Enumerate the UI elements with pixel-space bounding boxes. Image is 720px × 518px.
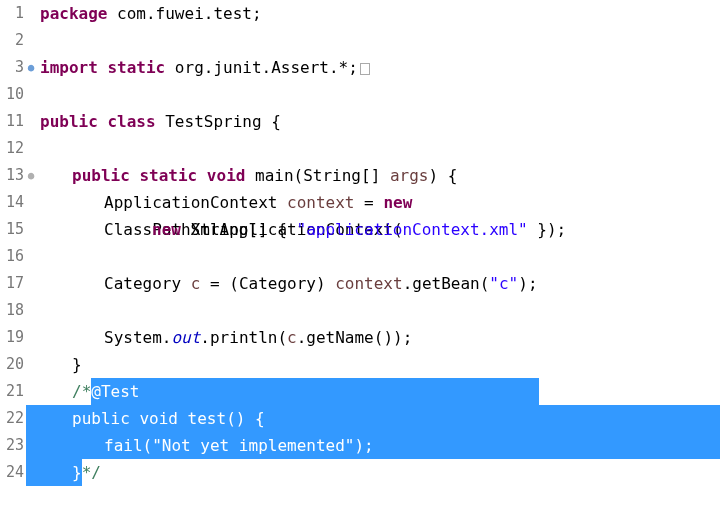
line-number: 2 [0, 27, 26, 54]
token-comment: public void test() { [72, 409, 265, 428]
code-content[interactable]: fail("Not yet implemented"); [26, 432, 720, 459]
token-plain: ) [316, 274, 335, 293]
code-content[interactable]: public void test() { [26, 405, 720, 432]
code-content[interactable]: }*/ [36, 459, 720, 486]
code-content[interactable]: public static void main(String[] args) { [36, 162, 720, 189]
line-number: 19 [0, 324, 26, 351]
token-plain: } [72, 355, 82, 374]
code-line[interactable]: 1package com.fuwei.test; [0, 0, 720, 27]
gutter-marker [26, 27, 36, 54]
code-line[interactable]: 17Category c = (Category) context.getBea… [0, 270, 720, 297]
gutter-marker [26, 0, 36, 27]
gutter-marker [26, 351, 36, 378]
code-content[interactable]: Category c = (Category) context.getBean(… [36, 270, 720, 297]
token-plain: { [271, 112, 281, 131]
gutter-marker [26, 270, 36, 297]
token-plain: [] { [248, 220, 296, 239]
code-line[interactable]: 12 [0, 135, 720, 162]
code-line[interactable]: 3●import static org.junit.Assert.*; [0, 54, 720, 81]
token-plain: .getName()); [297, 328, 413, 347]
token-plain: = [354, 193, 383, 212]
code-content[interactable]: ApplicationContext context = new ClassPa… [36, 189, 720, 216]
token-plain: [] [361, 166, 390, 185]
code-content[interactable]: System.out.println(c.getName()); [36, 324, 720, 351]
gutter-marker [26, 324, 36, 351]
token-type: String [191, 220, 249, 239]
token-plain: ; [348, 58, 358, 77]
gutter-marker [26, 216, 36, 243]
token-var: args [390, 166, 429, 185]
code-line[interactable]: 19System.out.println(c.getName()); [0, 324, 720, 351]
line-number: 11 [0, 108, 26, 135]
token-field-static: out [171, 328, 200, 347]
line-number: 22 [0, 405, 26, 432]
code-line[interactable]: 13●public static void main(String[] args… [0, 162, 720, 189]
line-number: 24 [0, 459, 26, 486]
token-type: TestSpring [165, 112, 271, 131]
token-comment: fail("Not yet implemented"); [104, 436, 374, 455]
line-number: 3 [0, 54, 26, 81]
token-type: System. [104, 328, 171, 347]
code-line[interactable]: 23fail("Not yet implemented"); [0, 432, 720, 459]
code-content[interactable] [36, 135, 720, 162]
line-number: 18 [0, 297, 26, 324]
code-editor[interactable]: 1package com.fuwei.test;23●import static… [0, 0, 720, 486]
code-line[interactable]: 11public class TestSpring { [0, 108, 720, 135]
code-line[interactable]: 21/*@Test [0, 378, 720, 405]
token-kw: new [152, 220, 191, 239]
code-line[interactable]: 14ApplicationContext context = new Class… [0, 189, 720, 216]
code-content[interactable]: /*@Test [36, 378, 720, 405]
code-content[interactable]: package com.fuwei.test; [36, 0, 720, 27]
code-line[interactable]: 16 [0, 243, 720, 270]
line-number: 1 [0, 0, 26, 27]
line-number: 20 [0, 351, 26, 378]
code-line[interactable]: 24}*/ [0, 459, 720, 486]
token-type: Category [104, 274, 191, 293]
code-content[interactable]: } [36, 351, 720, 378]
line-number: 14 [0, 189, 26, 216]
code-content[interactable] [36, 81, 720, 108]
line-number: 17 [0, 270, 26, 297]
code-content[interactable] [36, 243, 720, 270]
gutter-marker [26, 135, 36, 162]
code-content[interactable]: new String[] { "applicationContext.xml" … [36, 216, 720, 243]
token-str: "c" [489, 274, 518, 293]
gutter-marker [26, 378, 36, 405]
token-kw: import static [40, 58, 175, 77]
token-var: context [287, 193, 354, 212]
token-type: String [303, 166, 361, 185]
token-var: c [191, 274, 201, 293]
line-number: 13 [0, 162, 26, 189]
token-kw: new [383, 193, 412, 212]
token-type: main [255, 166, 294, 185]
code-content[interactable] [36, 27, 720, 54]
token-var: context [335, 274, 402, 293]
code-line[interactable]: 10 [0, 81, 720, 108]
token-plain: }); [528, 220, 567, 239]
code-line[interactable]: 15new String[] { "applicationContext.xml… [0, 216, 720, 243]
gutter-marker [26, 81, 36, 108]
token-plain: .println( [200, 328, 287, 347]
method-marker-icon: ● [26, 162, 36, 189]
token-comment: @Test [91, 382, 139, 401]
token-pkg: org.junit.Assert.* [175, 58, 348, 77]
token-plain: = ( [200, 274, 239, 293]
line-number: 23 [0, 432, 26, 459]
token-plain: ( [294, 166, 304, 185]
token-str: "applicationContext.xml" [297, 220, 528, 239]
gutter-marker [26, 189, 36, 216]
code-line[interactable]: 22public void test() { [0, 405, 720, 432]
code-line[interactable]: 2 [0, 27, 720, 54]
code-line[interactable]: 18 [0, 297, 720, 324]
line-number: 10 [0, 81, 26, 108]
token-plain: ; [252, 4, 262, 23]
code-content[interactable]: public class TestSpring { [36, 108, 720, 135]
token-kw: public class [40, 112, 165, 131]
token-plain: .getBean( [403, 274, 490, 293]
code-content[interactable] [36, 297, 720, 324]
code-line[interactable]: 20} [0, 351, 720, 378]
line-number: 16 [0, 243, 26, 270]
code-content[interactable]: import static org.junit.Assert.*; [36, 54, 720, 81]
token-plain: ); [518, 274, 537, 293]
fold-indicator-icon[interactable] [360, 63, 370, 75]
